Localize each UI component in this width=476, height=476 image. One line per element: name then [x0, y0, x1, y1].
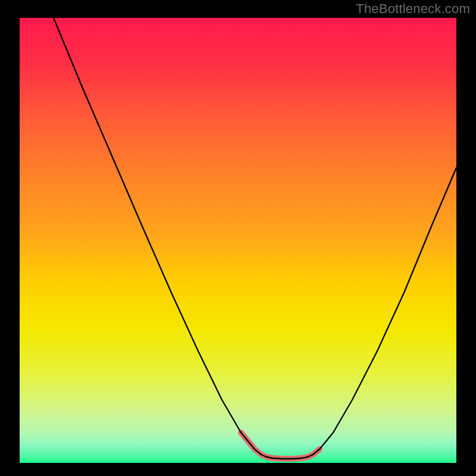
- plot-area: [20, 18, 456, 463]
- optimal-range-highlight: [241, 433, 320, 459]
- chart-container: TheBottleneck.com: [0, 0, 476, 476]
- curve-layer: [20, 18, 456, 463]
- watermark-text: TheBottleneck.com: [356, 1, 470, 17]
- bottleneck-curve: [54, 18, 456, 459]
